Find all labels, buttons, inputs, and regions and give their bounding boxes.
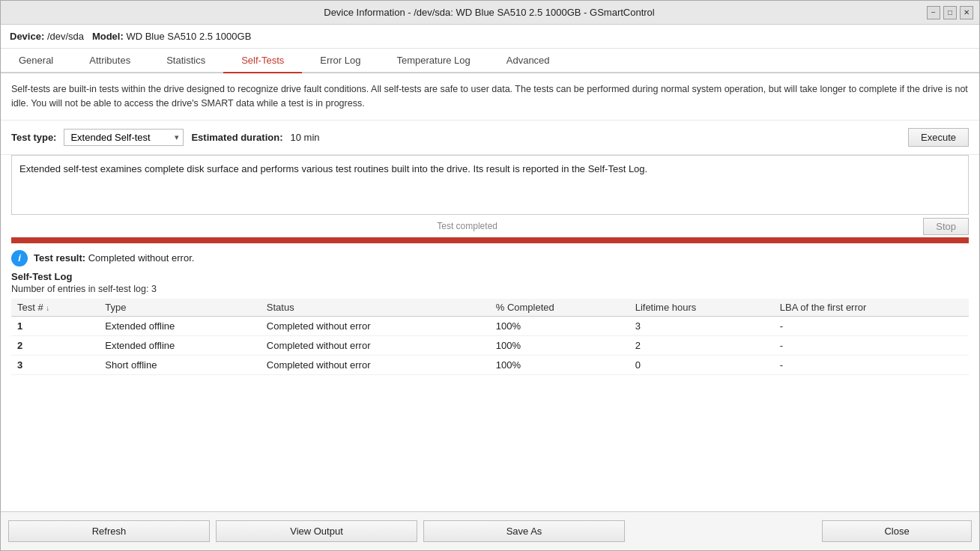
model-label: Model: (92, 31, 124, 42)
main-window: Device Information - /dev/sda: WD Blue S… (0, 0, 980, 551)
col-status[interactable]: Status (261, 299, 490, 317)
test-result-row: i Test result: Completed without error. (1, 246, 979, 271)
device-label: Device: (10, 31, 44, 42)
view-output-button[interactable]: View Output (216, 520, 417, 542)
log-table: Test # ↓ Type Status % Completed Lifetim… (11, 299, 969, 375)
log-section: Self-Test Log Number of entries in self-… (1, 271, 979, 512)
stop-button[interactable]: Stop (923, 218, 969, 235)
test-controls: Test type: Extended Self-test Short Self… (1, 121, 979, 155)
content-area: Self-tests are built-in tests within the… (1, 73, 979, 511)
progress-bar-fill (11, 237, 969, 243)
table-row: 2Extended offlineCompleted without error… (11, 335, 969, 355)
footer: Refresh View Output Save As Close (1, 511, 979, 550)
maximize-button[interactable]: □ (943, 6, 957, 19)
test-type-wrapper: Extended Self-test Short Self-test Conve… (64, 129, 184, 146)
col-lba[interactable]: LBA of the first error (774, 299, 969, 317)
duration-value: 10 min (291, 132, 320, 143)
tab-error-log[interactable]: Error Log (302, 49, 378, 73)
test-description-box: Extended self-test examines complete dis… (11, 155, 969, 215)
col-lifetime[interactable]: Lifetime hours (629, 299, 774, 317)
execute-button[interactable]: Execute (908, 128, 969, 147)
titlebar: Device Information - /dev/sda: WD Blue S… (1, 1, 979, 25)
test-result-text: Test result: Completed without error. (34, 252, 194, 264)
header-row: Test # ↓ Type Status % Completed Lifetim… (11, 299, 969, 317)
device-path: /dev/sda (47, 31, 84, 42)
tab-attributes[interactable]: Attributes (71, 49, 148, 73)
close-button-footer[interactable]: Close (822, 520, 972, 542)
tab-general[interactable]: General (1, 49, 71, 73)
minimize-button[interactable]: − (927, 6, 940, 19)
test-type-label: Test type: (11, 132, 56, 143)
tab-advanced[interactable]: Advanced (489, 49, 568, 73)
tab-self-tests[interactable]: Self-Tests (223, 49, 302, 73)
progress-status: Test completed (11, 221, 923, 231)
window-title: Device Information - /dev/sda: WD Blue S… (52, 7, 927, 18)
sort-indicator: ↓ (46, 304, 49, 312)
self-test-description: Self-tests are built-in tests within the… (1, 73, 979, 121)
table-row: 1Extended offlineCompleted without error… (11, 316, 969, 335)
close-button[interactable]: ✕ (960, 6, 973, 19)
refresh-button[interactable]: Refresh (8, 520, 210, 542)
save-as-button[interactable]: Save As (423, 520, 625, 542)
col-type[interactable]: Type (99, 299, 261, 317)
test-result-value: Completed without error. (88, 252, 195, 264)
table-row: 3Short offlineCompleted without error100… (11, 355, 969, 374)
log-table-body: 1Extended offlineCompleted without error… (11, 316, 969, 374)
log-count: Number of entries in self-test log: 3 (11, 284, 969, 294)
tab-bar: General Attributes Statistics Self-Tests… (1, 49, 979, 73)
col-pct[interactable]: % Completed (490, 299, 629, 317)
col-test-num[interactable]: Test # ↓ (11, 299, 99, 317)
window-controls: − □ ✕ (927, 6, 973, 19)
tab-temperature-log[interactable]: Temperature Log (378, 49, 488, 73)
tab-statistics[interactable]: Statistics (148, 49, 223, 73)
test-type-select[interactable]: Extended Self-test Short Self-test Conve… (64, 129, 184, 146)
log-table-header: Test # ↓ Type Status % Completed Lifetim… (11, 299, 969, 317)
log-title: Self-Test Log (11, 271, 969, 282)
progress-bar-container (11, 237, 969, 243)
test-result-label: Test result: (34, 252, 85, 264)
info-icon: i (11, 250, 28, 267)
device-model: WD Blue SA510 2.5 1000GB (126, 31, 251, 42)
duration-label: Estimated duration: (191, 132, 282, 143)
device-bar: Device: /dev/sda Model: WD Blue SA510 2.… (1, 25, 979, 49)
